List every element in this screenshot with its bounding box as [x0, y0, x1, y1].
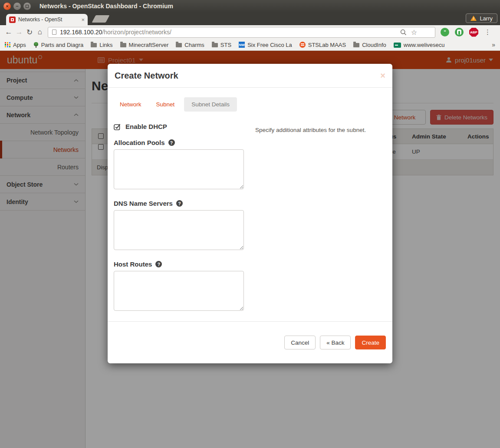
home-icon[interactable]: ⌂ — [35, 28, 45, 36]
address-bar[interactable]: 192.168.100.20/horizon/project/networks/… — [48, 27, 435, 38]
help-icon[interactable]: ? — [155, 261, 162, 267]
nw-favicon: NW — [239, 42, 245, 48]
folder-icon — [176, 43, 182, 47]
bookmarks-overflow-icon[interactable]: » — [492, 41, 495, 48]
modal-header: Create Network × — [108, 64, 392, 88]
forward-icon: → — [14, 28, 24, 36]
folder-icon — [353, 43, 359, 47]
cancel-button[interactable]: Cancel — [284, 336, 316, 349]
browser-menu-icon[interactable]: ⋮ — [484, 28, 491, 36]
window-close-icon[interactable]: × — [3, 3, 11, 10]
bookmark-item[interactable]: Links — [91, 42, 112, 48]
create-button[interactable]: Create — [355, 336, 386, 349]
modal-body: Enable DHCP Allocation Pools ? DNS Name … — [108, 112, 392, 313]
enable-dhcp-row[interactable]: Enable DHCP — [114, 123, 255, 130]
back-icon[interactable]: ← — [3, 28, 14, 36]
page-viewport: ubuntu Project01 proj01user Project Comp… — [0, 51, 500, 448]
modal-close-icon[interactable]: × — [380, 71, 385, 80]
apps-grid-icon — [5, 42, 10, 48]
bookmark-item[interactable]: MinecraftServer — [120, 42, 169, 48]
reload-icon[interactable]: ↻ — [24, 28, 35, 37]
host-routes-input[interactable] — [114, 271, 244, 311]
tab-subnet[interactable]: Subnet — [151, 97, 180, 112]
url-text[interactable]: 192.168.100.20/horizon/project/networks/ — [60, 29, 171, 36]
bookmark-item[interactable]: STSLab MAAS — [299, 42, 346, 48]
enable-dhcp-label: Enable DHCP — [125, 123, 167, 130]
folder-icon — [212, 43, 218, 47]
bookmark-item[interactable]: CloudInfo — [353, 42, 386, 48]
bookmarks-bar: Apps Parts and Diagra Links MinecraftSer… — [0, 39, 500, 51]
tree-favicon — [33, 42, 39, 48]
help-icon[interactable]: ? — [176, 200, 183, 207]
new-tab-button[interactable] — [92, 15, 109, 23]
openstack-favicon — [9, 16, 16, 23]
create-network-modal: Create Network × Network Subnet Subnet D… — [108, 64, 392, 363]
hangouts-extension-icon[interactable]: ” — [441, 28, 449, 36]
folder-icon — [120, 43, 126, 47]
modal-help-text: Specify additional attributes for the su… — [255, 127, 366, 133]
maas-favicon — [299, 42, 306, 48]
window-titlebar: × − Networks - OpenStack Dashboard - Chr… — [0, 0, 500, 12]
search-icon[interactable] — [400, 29, 407, 36]
extensions-row: ” ABP — [441, 28, 478, 37]
pushbullet-extension-icon[interactable] — [455, 28, 464, 36]
dns-name-servers-label: DNS Name Servers ? — [114, 200, 255, 207]
allocation-pools-input[interactable] — [114, 149, 244, 189]
bookmark-item[interactable]: NWSix Free Cisco La — [239, 42, 292, 48]
page-icon — [52, 30, 56, 35]
modal-title: Create Network — [115, 71, 178, 81]
bookmark-item[interactable]: STS — [212, 42, 231, 48]
bookmark-item[interactable]: www.welivesecu — [394, 42, 445, 48]
bookmark-item[interactable]: Charms — [176, 42, 204, 48]
warning-icon: ! — [470, 16, 477, 21]
window-minimize-icon[interactable]: − — [13, 3, 21, 10]
window-title: Networks - OpenStack Dashboard - Chromiu… — [39, 3, 173, 10]
bookmark-item[interactable]: Parts and Diagra — [33, 42, 84, 48]
enable-dhcp-checkbox[interactable] — [114, 123, 122, 130]
bookmark-star-icon[interactable]: ☆ — [411, 28, 417, 36]
tab-subnet-details[interactable]: Subnet Details — [184, 97, 237, 112]
bookmark-apps[interactable]: Apps — [5, 42, 26, 48]
browser-toolbar: ← → ↻ ⌂ 192.168.100.20/horizon/project/n… — [0, 25, 500, 39]
tab-title: Networks - OpenSt — [18, 16, 79, 23]
window-maximize-icon[interactable] — [23, 3, 31, 10]
allocation-pools-label: Allocation Pools ? — [114, 139, 255, 146]
dns-name-servers-input[interactable] — [114, 210, 244, 250]
modal-tabs: Network Subnet Subnet Details — [108, 88, 392, 112]
modal-footer: Cancel « Back Create — [108, 321, 392, 363]
tab-close-icon[interactable]: × — [81, 16, 85, 23]
profile-name: Larry — [480, 15, 493, 22]
folder-icon — [91, 43, 97, 47]
profile-button[interactable]: ! Larry — [466, 13, 497, 23]
adblock-extension-icon[interactable]: ABP — [469, 28, 478, 37]
tab-strip: Networks - OpenSt × ! Larry — [0, 12, 500, 25]
help-icon[interactable]: ? — [168, 139, 175, 146]
back-button[interactable]: « Back — [320, 336, 351, 349]
browser-tab[interactable]: Networks - OpenSt × — [6, 14, 88, 25]
welivesecurity-favicon — [394, 43, 401, 48]
tab-network[interactable]: Network — [115, 97, 147, 112]
host-routes-label: Host Routes ? — [114, 260, 255, 268]
